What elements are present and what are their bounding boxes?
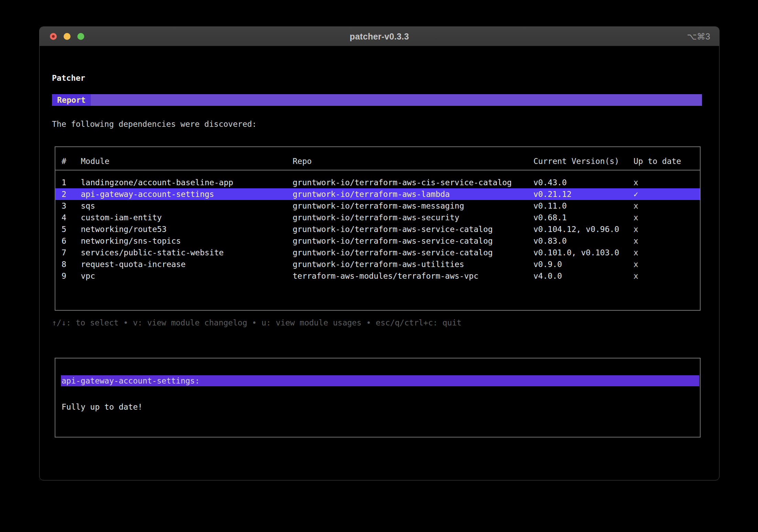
table-row[interactable]: 4 custom-iam-entity gruntwork-io/terrafo…: [55, 212, 700, 223]
row-number: 7: [62, 247, 66, 258]
keybinding-help: ↑/↓: to select • v: view module changelo…: [52, 317, 462, 329]
row-up-to-date-mark: x: [634, 258, 638, 270]
row-up-to-date-mark: x: [634, 223, 638, 235]
column-header-module: Module: [81, 155, 109, 167]
row-number: 3: [62, 200, 66, 212]
column-header-up-to-date: Up to date: [634, 155, 681, 167]
row-version: v0.43.0: [533, 177, 567, 188]
row-up-to-date-mark: x: [634, 235, 638, 247]
detail-title-bar: api-gateway-account-settings:: [61, 375, 699, 386]
row-module: request-quota-increase: [81, 258, 186, 270]
titlebar[interactable]: patcher-v0.3.3 ⌥⌘3: [40, 27, 719, 46]
tab-report[interactable]: Report: [52, 94, 91, 106]
row-number: 6: [62, 235, 66, 247]
row-up-to-date-mark: x: [634, 270, 638, 282]
row-repo: gruntwork-io/terraform-aws-utilities: [293, 258, 464, 270]
row-number: 9: [62, 270, 66, 282]
row-version: v0.101.0, v0.103.0: [533, 247, 619, 258]
row-number: 5: [62, 223, 66, 235]
table-body: 1 landingzone/account-baseline-app grunt…: [55, 177, 700, 282]
intro-text: The following dependencies were discover…: [52, 118, 257, 130]
row-number: 4: [62, 212, 66, 223]
row-module: sqs: [81, 200, 95, 212]
row-version: v0.21.12: [533, 188, 572, 200]
table-row[interactable]: 6 networking/sns-topics gruntwork-io/ter…: [55, 235, 700, 247]
row-module: vpc: [81, 270, 95, 282]
table-row[interactable]: 2 api-gateway-account-settings gruntwork…: [55, 188, 700, 200]
row-repo: gruntwork-io/terraform-aws-cis-service-c…: [293, 177, 512, 188]
module-detail-panel: api-gateway-account-settings: Fully up t…: [55, 358, 701, 437]
row-up-to-date-mark: x: [634, 200, 638, 212]
row-module: api-gateway-account-settings: [81, 188, 214, 200]
terminal-window: patcher-v0.3.3 ⌥⌘3 Patcher Report The fo…: [39, 26, 719, 480]
row-repo: gruntwork-io/terraform-aws-lambda: [293, 188, 450, 200]
terminal-content: Patcher Report The following dependencie…: [40, 46, 719, 480]
row-repo: gruntwork-io/terraform-aws-service-catal…: [293, 223, 493, 235]
row-up-to-date-mark: x: [634, 247, 638, 258]
table-row[interactable]: 7 services/public-static-website gruntwo…: [55, 247, 700, 258]
table-row[interactable]: 5 networking/route53 gruntwork-io/terraf…: [55, 223, 700, 235]
column-header-repo: Repo: [293, 155, 312, 167]
tab-shortcut-badge: ⌥⌘3: [687, 27, 710, 46]
row-module: services/public-static-website: [81, 247, 224, 258]
row-up-to-date-mark: x: [634, 177, 638, 188]
row-version: v0.11.0: [533, 200, 567, 212]
row-number: 8: [62, 258, 66, 270]
column-header-num: #: [62, 155, 66, 167]
table-row[interactable]: 8 request-quota-increase gruntwork-io/te…: [55, 258, 700, 270]
detail-status-text: Fully up to date!: [62, 401, 142, 413]
row-version: v0.9.0: [533, 258, 562, 270]
row-repo: gruntwork-io/terraform-aws-service-catal…: [293, 247, 493, 258]
table-row[interactable]: 3 sqs gruntwork-io/terraform-aws-messagi…: [55, 200, 700, 212]
dependencies-table: # Module Repo Current Version(s) Up to d…: [55, 146, 701, 311]
row-version: v0.68.1: [533, 212, 567, 223]
app-heading: Patcher: [52, 72, 85, 84]
row-module: networking/route53: [81, 223, 166, 235]
row-up-to-date-mark: x: [634, 212, 638, 223]
table-row[interactable]: 9 vpc terraform-aws-modules/terraform-aw…: [55, 270, 700, 282]
row-repo: gruntwork-io/terraform-aws-messaging: [293, 200, 464, 212]
window-title: patcher-v0.3.3: [40, 27, 719, 46]
row-module: networking/sns-topics: [81, 235, 181, 247]
row-repo: gruntwork-io/terraform-aws-security: [293, 212, 459, 223]
row-number: 2: [62, 188, 66, 200]
report-header-bar: Report: [52, 94, 702, 106]
column-header-version: Current Version(s): [533, 155, 619, 167]
row-version: v0.104.12, v0.96.0: [533, 223, 619, 235]
row-version: v4.0.0: [533, 270, 562, 282]
row-repo: terraform-aws-modules/terraform-aws-vpc: [293, 270, 478, 282]
table-row[interactable]: 1 landingzone/account-baseline-app grunt…: [55, 177, 700, 188]
table-header-row: # Module Repo Current Version(s) Up to d…: [55, 155, 700, 167]
row-module: landingzone/account-baseline-app: [81, 177, 233, 188]
row-version: v0.83.0: [533, 235, 567, 247]
row-module: custom-iam-entity: [81, 212, 162, 223]
row-repo: gruntwork-io/terraform-aws-service-catal…: [293, 235, 493, 247]
row-number: 1: [62, 177, 66, 188]
row-up-to-date-mark: ✓: [634, 188, 638, 200]
table-header-separator: [55, 170, 700, 170]
